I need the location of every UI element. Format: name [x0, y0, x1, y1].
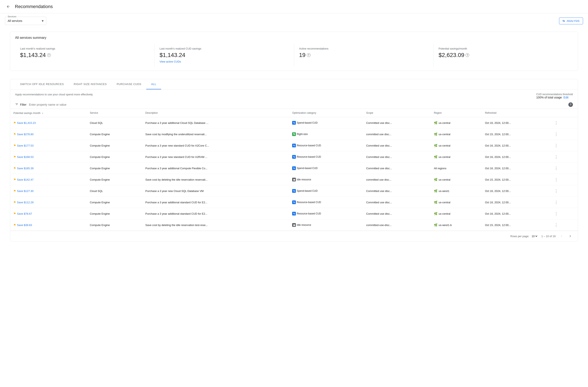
optimization-label: Resource-based CUD — [297, 212, 321, 215]
savings-link[interactable]: Save $127.30 — [17, 190, 33, 193]
active-recs-help-icon[interactable]: ? — [307, 53, 311, 57]
table-container: Potential savings /month ↓ Service Descr… — [10, 109, 578, 231]
tab-right-size[interactable]: RIGHT SIZE INSTANCES — [69, 79, 112, 89]
cell-refreshed: Oct 16, 2024, 12:00... — [482, 208, 549, 219]
table-row: ⚑ Save $165.39 Compute Engine Purchase a… — [10, 163, 578, 174]
cell-refreshed: Oct 16, 2024, 12:00... — [482, 197, 549, 208]
cell-service: Compute Engine — [86, 163, 142, 174]
cell-savings: ⚑ Save $177.53 — [10, 140, 86, 151]
optimization-label: Right-size — [297, 133, 308, 135]
rows-per-page-select[interactable]: 10 25 50 — [531, 234, 538, 238]
cud-threshold-section: CUD recommendations threshold 100% of to… — [536, 93, 573, 99]
cell-actions: ⋮ — [549, 197, 578, 208]
cell-actions: ⋮ — [549, 151, 578, 163]
optimization-label: Idle resource — [297, 224, 311, 226]
cell-region: 🌿 us-central — [431, 197, 482, 208]
tab-purchase-cuds[interactable]: PURCHASE CUDS — [112, 79, 146, 89]
savings-link[interactable]: Save $142.47 — [17, 178, 33, 181]
cell-scope: Committed use disc... — [363, 185, 431, 197]
cud-threshold-edit-link[interactable]: Edit — [563, 96, 568, 99]
savings-link[interactable]: Save $278.80 — [17, 133, 33, 136]
cell-service: Compute Engine — [86, 140, 142, 151]
page-title: Recommendations — [15, 4, 53, 9]
cell-savings: ⚑ Save $127.30 — [10, 185, 86, 197]
flag-icon: ⚑ — [13, 223, 16, 227]
previous-page-button[interactable] — [559, 233, 564, 239]
page-info: 1 – 10 of 19 — [541, 235, 556, 238]
more-actions-button[interactable]: ⋮ — [553, 176, 560, 183]
col-savings: Potential savings /month ↓ — [10, 109, 86, 117]
savings-link[interactable]: Save $168.53 — [17, 155, 33, 158]
view-active-cuds-link[interactable]: View active CUDs — [160, 60, 289, 63]
cell-savings: ⚑ Save $168.53 — [10, 151, 86, 163]
cell-service: Compute Engine — [86, 197, 142, 208]
more-actions-button[interactable]: ⋮ — [553, 188, 560, 194]
cell-savings: ⚑ Save $78.67 — [10, 208, 86, 219]
more-actions-button[interactable]: ⋮ — [553, 211, 560, 217]
col-scope: Scope — [363, 109, 431, 117]
more-actions-button[interactable]: ⋮ — [553, 165, 560, 171]
table-row: ⚑ Save $278.80 Compute Engine Save cost … — [10, 129, 578, 140]
realized-savings-help-icon[interactable]: ? — [47, 53, 51, 57]
table-row: ⚑ Save $39.83 Compute Engine Save cost b… — [10, 219, 578, 231]
region-leaf-icon: 🌿 — [434, 178, 437, 181]
next-page-button[interactable] — [567, 233, 573, 239]
more-actions-button[interactable]: ⋮ — [553, 154, 560, 160]
cell-optimization: % Spend-based CUD — [289, 117, 363, 129]
cell-region: 🌿 us-west1-b — [431, 219, 482, 231]
table-row: ⚑ Save $142.47 Compute Engine Save cost … — [10, 174, 578, 185]
tabs-bar: SWITCH OFF IDLE RESOURCES RIGHT SIZE INS… — [10, 79, 578, 90]
savings-link[interactable]: Save $165.39 — [17, 167, 33, 170]
col-description: Description — [142, 109, 289, 117]
tab-switch-off[interactable]: SWITCH OFF IDLE RESOURCES — [15, 79, 69, 89]
savings-link[interactable]: Save $78.67 — [17, 212, 32, 215]
savings-link[interactable]: Save $177.53 — [17, 144, 33, 147]
flag-icon: ⚑ — [13, 212, 16, 215]
more-actions-button[interactable]: ⋮ — [553, 199, 560, 205]
cell-service: Compute Engine — [86, 151, 142, 163]
more-actions-button[interactable]: ⋮ — [553, 142, 560, 149]
potential-savings-help-icon[interactable]: ? — [465, 53, 469, 57]
cell-refreshed: Oct 16, 2024, 12:00... — [482, 185, 549, 197]
savings-link[interactable]: Save $112.29 — [17, 201, 33, 204]
region-label: All regions — [434, 167, 446, 170]
cell-optimization: % Resource-based CUD — [289, 151, 363, 163]
cell-savings: ⚑ Save $39.83 — [10, 219, 86, 231]
cell-actions: ⋮ — [549, 219, 578, 231]
cell-region: 🌿 us-central — [431, 208, 482, 219]
region-label: us-central — [439, 155, 450, 158]
optimization-label: Resource-based CUD — [297, 144, 321, 147]
more-actions-button[interactable]: ⋮ — [553, 222, 560, 228]
savings-link[interactable]: Save $39.83 — [17, 224, 32, 227]
cell-region: 🌿 us-central — [431, 117, 482, 129]
table-row: ⚑ Save $177.53 Compute Engine Purchase a… — [10, 140, 578, 151]
tab-all[interactable]: ALL — [146, 79, 161, 89]
optimization-label: Resource-based CUD — [297, 201, 321, 204]
cell-optimization: % Resource-based CUD — [289, 140, 363, 151]
analysis-button-label: ANALYSIS — [567, 19, 580, 22]
cell-service: Cloud SQL — [86, 117, 142, 129]
region-leaf-icon: 🌿 — [434, 133, 437, 136]
summary-cards: Last month's realized savings $1,143.24 … — [15, 44, 573, 66]
back-button[interactable] — [5, 3, 12, 10]
filter-input[interactable] — [29, 103, 568, 106]
cell-scope: committed-use-disc... — [363, 219, 431, 231]
analysis-button[interactable]: % ANALYSIS — [559, 18, 583, 24]
more-actions-button[interactable]: ⋮ — [553, 120, 560, 126]
region-label: us-west1 — [439, 190, 449, 193]
filter-label: Filter — [20, 103, 26, 106]
services-dropdown[interactable]: Services All services ▾ — [5, 17, 46, 25]
region-label: us-central — [439, 121, 450, 124]
region-leaf-icon: 🌿 — [434, 144, 437, 147]
cell-savings: ⚑ Save $112.29 — [10, 197, 86, 208]
region-label: us-central — [439, 201, 450, 204]
filter-help-icon[interactable]: ? — [568, 102, 573, 107]
recommendations-table: Potential savings /month ↓ Service Descr… — [10, 109, 578, 231]
cell-region: 🌿 us-central — [431, 174, 482, 185]
summary-section: All services summary Last month's realiz… — [10, 32, 578, 71]
summary-card-potential-savings: Potential savings/month $2,623.09 ? — [434, 44, 573, 66]
more-actions-button[interactable]: ⋮ — [553, 131, 560, 137]
savings-link[interactable]: Save $1,415.23 — [17, 121, 36, 124]
optimization-label: Idle resource — [297, 178, 311, 181]
cell-savings: ⚑ Save $1,415.23 — [10, 117, 86, 129]
